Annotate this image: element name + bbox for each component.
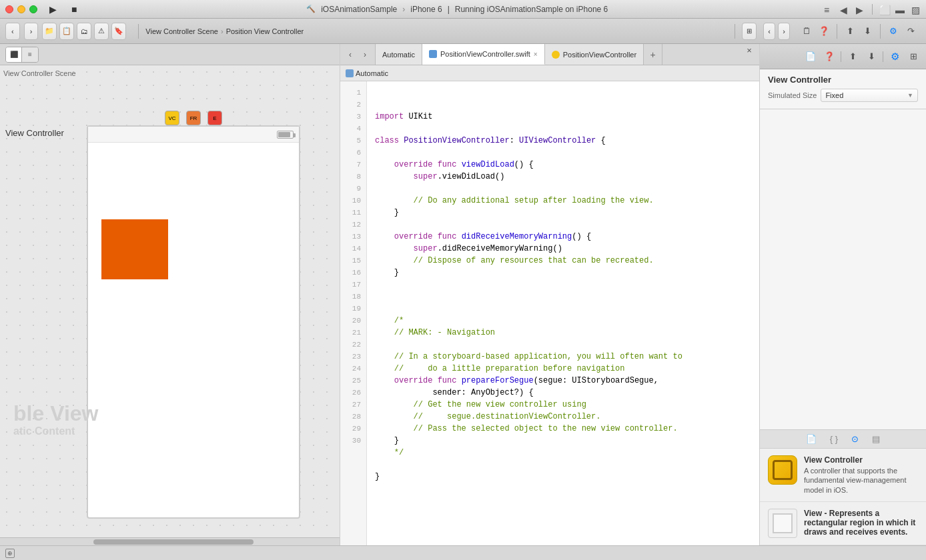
file-insp-btn[interactable]: 📄: [803, 49, 818, 64]
storyboard-canvas[interactable]: View Controller Scene VC FR: [0, 65, 340, 537]
code-editor[interactable]: import UIKit class PositionViewControlle…: [367, 81, 759, 545]
attr-insp-btn[interactable]: ⚙: [887, 49, 902, 64]
main-toolbar: ‹ › 📁 📋 🗂 ⚠ 🔖 View Controller Scene › Po…: [0, 19, 926, 44]
hierarchy-icon-btn[interactable]: 🗂: [77, 23, 91, 40]
inspector-panel: 📄 ❓ ⬆ ⬇ ⚙ ⊞ View Controller Simulated Si…: [759, 44, 926, 545]
phone-status-bar: [88, 127, 299, 143]
vc-object-item: View Controller A controller that suppor…: [760, 449, 926, 502]
share-icon[interactable]: ⬆: [843, 24, 857, 39]
stop-button[interactable]: ■: [66, 1, 82, 18]
code-back-btn[interactable]: ‹: [344, 49, 356, 61]
vc-icon-red[interactable]: E: [207, 111, 222, 125]
phone-battery-icon: [277, 131, 294, 139]
code-nav-back[interactable]: ‹: [763, 23, 775, 40]
ln-14: 14: [340, 243, 366, 255]
run-status: |: [448, 5, 450, 14]
code-tab-nav: ‹ ›: [340, 44, 376, 65]
minimize-button[interactable]: [17, 5, 25, 13]
code-nav-forward[interactable]: ›: [778, 23, 790, 40]
status-expand-btn[interactable]: ⊕: [5, 549, 15, 558]
vc-icon-orange[interactable]: FR: [186, 111, 201, 125]
ln-30: 30: [340, 435, 366, 447]
breadcrumb-vc[interactable]: Position View Controller: [226, 27, 304, 35]
canvas-bg-labels: ble View atic Content: [0, 402, 98, 437]
nav-back-icon: ‹: [11, 27, 14, 35]
hamburger-icon[interactable]: ≡: [824, 5, 833, 14]
inspector-bottom-section: 📄 { } ⊙ ▤ View Controller A controller t…: [760, 429, 926, 545]
vc-object-icon: [768, 455, 797, 485]
scrollbar-thumb[interactable]: [93, 539, 254, 545]
help-inspector-icon[interactable]: ❓: [817, 24, 831, 39]
storyboard-panel: ⬛ ≡ View Controller Scene: [0, 44, 340, 545]
close-tab-btn[interactable]: ×: [743, 44, 755, 56]
vc-icon-inner: [773, 460, 793, 480]
grid-view-btn[interactable]: ⊞: [742, 23, 757, 40]
nav-back-button[interactable]: ‹: [5, 23, 20, 40]
maximize-button[interactable]: [29, 5, 37, 13]
run-status-text: Running iOSAnimationSample on iPhone 6: [455, 5, 608, 14]
phone-frame: [87, 125, 300, 519]
vc-icon-yellow[interactable]: VC: [165, 111, 179, 125]
nav-button[interactable]: ↷: [903, 24, 918, 39]
vc-tab-label: PositionViewController: [563, 51, 636, 59]
jump-item-1[interactable]: Automatic: [346, 69, 388, 77]
warning-icon-btn[interactable]: ⚠: [94, 23, 109, 40]
swift-tab-close[interactable]: ×: [534, 51, 538, 58]
ln-29: 29: [340, 423, 366, 435]
code-forward-btn[interactable]: ›: [359, 49, 371, 61]
download-insp-btn[interactable]: ⬇: [864, 49, 879, 64]
bookmark-icon-btn[interactable]: 🔖: [111, 23, 126, 40]
code-snippet-tab[interactable]: { }: [830, 434, 838, 444]
ln-6: 6: [340, 147, 366, 159]
sidebar-right-icon[interactable]: ▨: [911, 5, 921, 14]
ln-12: 12: [340, 219, 366, 231]
code-area: 1 2 3 4 5 6 7 8 9 10 11 12 13 14 15 16 1…: [340, 81, 759, 545]
folder-icon-btn[interactable]: 📁: [42, 23, 57, 40]
vc-icons-bar: VC FR E: [165, 111, 222, 125]
view-object-icon: [768, 509, 797, 538]
add-tab-button[interactable]: +: [644, 44, 662, 65]
orange-rectangle[interactable]: [101, 219, 168, 279]
title-bar-right: ≡ ◀ ▶ ⬜ ▬ ▨: [824, 4, 921, 15]
sidebar-left-icon[interactable]: ⬜: [879, 5, 889, 14]
auto-tab[interactable]: Automatic: [376, 44, 422, 65]
nav-forward-button[interactable]: ›: [24, 23, 39, 40]
inspector-title: View Controller: [768, 75, 918, 85]
object-library-tabs: 📄 { } ⊙ ▤: [760, 430, 926, 449]
vc-sidebar-label: View Controller: [0, 125, 69, 141]
title-bar: ▶ ■ 🔨 iOSAnimationSample › iPhone 6 | Ru…: [0, 0, 926, 19]
breadcrumb-bar: View Controller Scene › Position View Co…: [145, 27, 728, 35]
swift-file-tab[interactable]: PositionViewController.swift ×: [422, 44, 545, 65]
object-library-tab[interactable]: ⊙: [851, 434, 859, 444]
bg-label-content: atic Content: [13, 425, 98, 437]
inspector-toolbar: 📄 ❓ ⬆ ⬇ ⚙ ⊞: [760, 44, 926, 69]
select-chevron: ▼: [907, 92, 913, 99]
auto-tab-label: Automatic: [382, 51, 415, 59]
sidebar-bottom-icon[interactable]: ▬: [895, 5, 905, 14]
breadcrumb-sep-1: ›: [221, 27, 223, 35]
forward-nav-icon[interactable]: ▶: [856, 5, 865, 14]
attributes-inspector-icon[interactable]: ⚙: [886, 24, 901, 39]
run-button[interactable]: ▶: [44, 1, 62, 18]
ln-4: 4: [340, 123, 366, 135]
close-button[interactable]: [5, 5, 13, 13]
file-library-tab[interactable]: 📄: [806, 434, 817, 444]
media-library-tab[interactable]: ▤: [872, 434, 880, 444]
ln-3: 3: [340, 111, 366, 123]
list-view-tab[interactable]: ≡: [22, 47, 38, 62]
vc-tab[interactable]: PositionViewController: [545, 44, 644, 65]
help-insp-btn[interactable]: ❓: [822, 49, 837, 64]
download-icon[interactable]: ⬇: [860, 24, 875, 39]
simulated-size-select[interactable]: Fixed ▼: [821, 89, 918, 102]
scene-view-tab[interactable]: ⬛: [6, 47, 22, 62]
left-tabs: ⬛ ≡: [0, 44, 340, 65]
ln-5: 5: [340, 135, 366, 147]
breadcrumb-scene[interactable]: View Controller Scene: [145, 27, 218, 35]
storyboard-scrollbar[interactable]: [0, 537, 340, 545]
list-icon-btn[interactable]: 📋: [59, 23, 74, 40]
file-inspector-icon[interactable]: 🗒: [799, 24, 814, 39]
size-insp-btn[interactable]: ⊞: [906, 49, 921, 64]
ln-16: 16: [340, 267, 366, 279]
back-nav-icon[interactable]: ◀: [840, 5, 849, 14]
quick-help-btn[interactable]: ⬆: [845, 49, 860, 64]
